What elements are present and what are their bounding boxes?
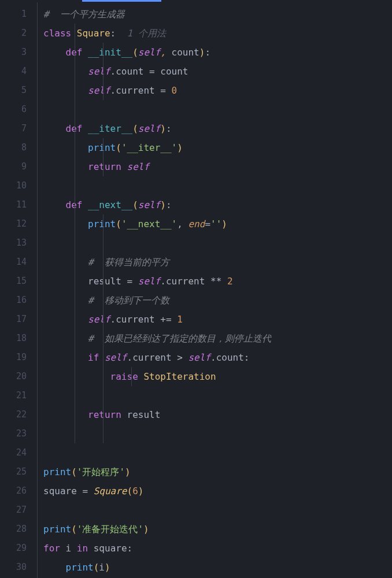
kwarg: end bbox=[188, 218, 205, 229]
paren: ( bbox=[94, 562, 99, 573]
code-line[interactable]: # 如果已经到达了指定的数目，则停止迭代 bbox=[43, 329, 392, 348]
string: '准备开始迭代' bbox=[77, 524, 143, 535]
code-line[interactable]: class Square: 1 个用法 bbox=[43, 24, 392, 43]
line-number: 21 bbox=[0, 386, 27, 405]
attr: current bbox=[116, 85, 154, 96]
code-line[interactable]: if self.current > self.count: bbox=[43, 348, 392, 367]
code-line[interactable]: return self bbox=[43, 157, 392, 176]
line-number: 10 bbox=[0, 176, 27, 195]
dot: . bbox=[110, 85, 116, 96]
line-number: 24 bbox=[0, 443, 27, 462]
comment: # 一个平方生成器 bbox=[43, 9, 125, 20]
code-line[interactable]: self.count = count bbox=[43, 62, 392, 81]
comment: # 移动到下一个数 bbox=[88, 295, 169, 306]
func-call: print bbox=[66, 562, 94, 573]
code-line[interactable]: raise StopIteration bbox=[43, 367, 392, 386]
code-line[interactable]: def __init__(self, count): bbox=[43, 43, 392, 62]
dot: . bbox=[110, 66, 116, 77]
number: 0 bbox=[172, 85, 177, 96]
line-number: 14 bbox=[0, 253, 27, 272]
comma: , bbox=[177, 218, 188, 229]
code-line[interactable]: result = self.current ** 2 bbox=[43, 272, 392, 291]
line-number: 11 bbox=[0, 195, 27, 214]
line-number: 7 bbox=[0, 119, 27, 138]
code-line[interactable]: return result bbox=[43, 405, 392, 424]
op: += bbox=[155, 314, 177, 325]
line-number: 23 bbox=[0, 424, 27, 443]
punct: : bbox=[244, 352, 250, 363]
class-name: Square bbox=[94, 486, 127, 497]
attr: current bbox=[166, 276, 205, 287]
line-number: 27 bbox=[0, 501, 27, 520]
code-line[interactable]: # 移动到下一个数 bbox=[43, 291, 392, 310]
keyword: raise bbox=[110, 371, 138, 382]
code-line[interactable]: print('准备开始迭代') bbox=[43, 520, 392, 539]
punct: : bbox=[110, 28, 116, 39]
string: '' bbox=[210, 218, 221, 229]
code-line[interactable] bbox=[43, 424, 392, 443]
number: 1 bbox=[177, 314, 183, 325]
punct: : bbox=[205, 47, 210, 58]
op: = bbox=[155, 85, 172, 96]
code-line[interactable]: print('__iter__') bbox=[43, 138, 392, 157]
line-number: 16 bbox=[0, 291, 27, 310]
line-number: 18 bbox=[0, 329, 27, 348]
code-line[interactable]: self.current = 0 bbox=[43, 81, 392, 100]
class-name: Square bbox=[77, 28, 110, 39]
code-line[interactable] bbox=[43, 386, 392, 405]
paren: ( bbox=[71, 466, 77, 477]
code-line[interactable]: # 获得当前的平方 bbox=[43, 253, 392, 272]
id: i bbox=[99, 562, 105, 573]
keyword: def bbox=[66, 199, 83, 210]
code-line[interactable]: self.current += 1 bbox=[43, 310, 392, 329]
line-number: 29 bbox=[0, 539, 27, 558]
class-name: StopIteration bbox=[143, 371, 216, 382]
code-line[interactable]: print(i) bbox=[43, 558, 392, 577]
keyword: for bbox=[43, 543, 60, 554]
code-line[interactable] bbox=[43, 234, 392, 253]
op: = bbox=[77, 486, 94, 497]
code-line[interactable]: square = Square(6) bbox=[43, 481, 392, 501]
param: count bbox=[172, 47, 199, 58]
code-line[interactable]: # 一个平方生成器 bbox=[43, 5, 392, 24]
code-line[interactable]: def __iter__(self): bbox=[43, 119, 392, 138]
paren: ) bbox=[199, 47, 205, 58]
code-line[interactable] bbox=[43, 100, 392, 119]
line-number: 15 bbox=[0, 272, 27, 291]
string: '__next__' bbox=[121, 218, 177, 229]
self: self bbox=[127, 161, 150, 172]
code-line[interactable]: print('开始程序') bbox=[43, 462, 392, 481]
paren: ) bbox=[177, 142, 183, 153]
dot: . bbox=[110, 314, 116, 325]
code-line[interactable]: print('__next__', end='') bbox=[43, 214, 392, 234]
code-editor[interactable]: 1 2 3 4 5 6 7 8 9 10 11 12 13 14 15 16 1… bbox=[0, 2, 392, 578]
code-line[interactable] bbox=[43, 501, 392, 520]
id: square bbox=[43, 486, 77, 497]
self: self bbox=[138, 123, 161, 134]
indent-guide bbox=[131, 367, 132, 386]
self: self bbox=[138, 199, 161, 210]
func-call: print bbox=[88, 142, 116, 153]
paren: ) bbox=[125, 466, 131, 477]
code-line[interactable]: def __next__(self): bbox=[43, 195, 392, 214]
paren: ( bbox=[132, 47, 138, 58]
comment: # 如果已经到达了指定的数目，则停止迭代 bbox=[88, 333, 271, 344]
active-tab-indicator bbox=[82, 0, 161, 2]
func-call: print bbox=[43, 524, 71, 535]
line-number: 13 bbox=[0, 234, 27, 253]
self: self bbox=[88, 314, 110, 325]
code-text-area[interactable]: # 一个平方生成器 class Square: 1 个用法 def __init… bbox=[37, 2, 392, 578]
paren: ) bbox=[143, 524, 149, 535]
code-line[interactable] bbox=[43, 176, 392, 195]
code-line[interactable] bbox=[43, 443, 392, 462]
keyword: return bbox=[88, 409, 121, 420]
number: 2 bbox=[227, 276, 233, 287]
punct: : bbox=[166, 199, 172, 210]
code-line[interactable]: for i in square: bbox=[43, 539, 392, 558]
line-number: 4 bbox=[0, 62, 27, 81]
paren: ( bbox=[127, 486, 133, 497]
usage-hint: 1 个用法 bbox=[116, 28, 166, 39]
method-name: __next__ bbox=[88, 199, 132, 210]
line-number-gutter: 1 2 3 4 5 6 7 8 9 10 11 12 13 14 15 16 1… bbox=[0, 2, 37, 578]
line-number: 30 bbox=[0, 558, 27, 577]
